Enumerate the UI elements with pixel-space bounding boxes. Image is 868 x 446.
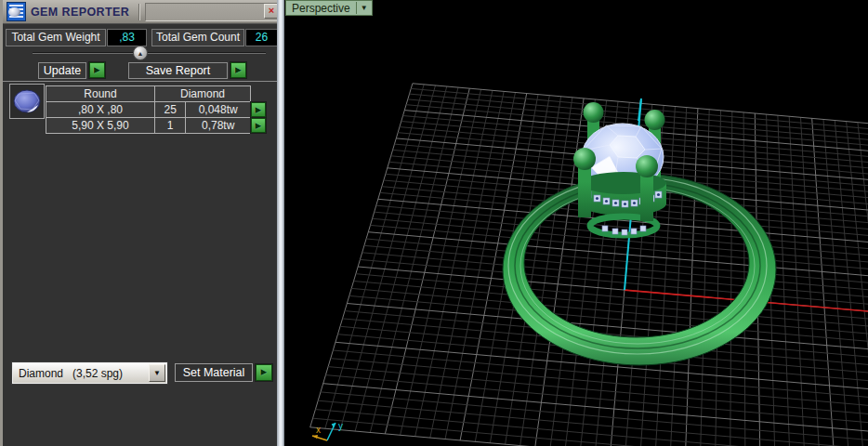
update-label: Update bbox=[38, 62, 86, 79]
set-material-button[interactable]: ▶ bbox=[256, 364, 272, 381]
gem-weight-cell: 0,78tw bbox=[186, 118, 251, 134]
play-icon: ▶ bbox=[94, 65, 100, 74]
tab-divider bbox=[356, 2, 357, 14]
table-row[interactable]: 5,90 X 5,90 1 0,78tw bbox=[46, 118, 251, 134]
material-dropdown[interactable]: Diamond (3,52 spg) ▼ bbox=[12, 362, 167, 384]
play-icon: ▶ bbox=[256, 105, 262, 114]
total-gem-count-value: 26 bbox=[245, 29, 278, 46]
gem-size-cell: ,80 X ,80 bbox=[46, 102, 155, 118]
total-gem-weight-label: Total Gem Weight bbox=[6, 29, 106, 46]
table-row[interactable]: ,80 X ,80 25 0,048tw bbox=[46, 102, 251, 118]
prong-ball bbox=[636, 155, 658, 177]
panel-separator bbox=[3, 81, 280, 82]
gizmo-x-label: x bbox=[316, 425, 321, 435]
gem-size-cell: 5,90 X 5,90 bbox=[46, 118, 155, 134]
total-gem-count-label: Total Gem Count bbox=[151, 29, 244, 46]
prong-ball bbox=[645, 110, 665, 130]
gem-count-cell: 25 bbox=[155, 102, 186, 118]
gem-report-table: Round Diamond ,80 X ,80 25 0,048tw 5,90 … bbox=[46, 85, 251, 134]
material-dropdown-value: Diamond bbox=[19, 367, 63, 380]
gem-reporter-panel: GEM REPORTER × Total Gem Weight ,83 Tota… bbox=[0, 0, 277, 446]
panel-slider-thumb[interactable]: ▲ bbox=[133, 46, 148, 60]
play-icon: ▶ bbox=[235, 65, 242, 74]
chevron-down-icon[interactable]: ▼ bbox=[149, 364, 165, 382]
chevron-down-icon[interactable]: ▼ bbox=[359, 4, 370, 12]
play-icon: ▶ bbox=[261, 367, 268, 376]
3d-scene[interactable]: y x bbox=[284, 0, 868, 446]
table-header-row: Round Diamond bbox=[46, 86, 251, 102]
panel-slider-track[interactable] bbox=[33, 52, 266, 54]
material-dropdown-detail: (3,52 spg) bbox=[72, 367, 123, 380]
save-report-button[interactable]: ▶ bbox=[230, 62, 246, 78]
prong-ball bbox=[584, 102, 604, 123]
viewport-title-dropdown[interactable]: Perspective ▼ bbox=[285, 0, 373, 16]
total-gem-weight-value: ,83 bbox=[107, 29, 147, 46]
play-icon: ▶ bbox=[256, 121, 262, 130]
header-diamond: Diamond bbox=[155, 86, 251, 102]
gem-count-cell: 1 bbox=[155, 118, 186, 134]
update-button[interactable]: ▶ bbox=[89, 62, 105, 78]
title-divider bbox=[138, 4, 140, 20]
viewport-title: Perspective bbox=[292, 2, 356, 15]
panel-viewport-splitter[interactable] bbox=[277, 0, 284, 446]
gem-row-action-button[interactable]: ▶ bbox=[251, 102, 266, 117]
panel-title: GEM REPORTER bbox=[31, 6, 129, 19]
prong-ball bbox=[573, 148, 596, 170]
save-report-label: Save Report bbox=[128, 62, 228, 79]
bezel-head[interactable] bbox=[581, 172, 666, 216]
title-bar[interactable]: GEM REPORTER × bbox=[3, 0, 280, 24]
axis-gizmo: y x bbox=[312, 421, 343, 440]
gem-reporter-app-icon bbox=[7, 2, 26, 21]
gem-row-action-button[interactable]: ▶ bbox=[251, 118, 266, 133]
round-gem-icon bbox=[10, 85, 44, 118]
gizmo-y-label: y bbox=[338, 421, 343, 431]
gem-weight-cell: 0,048tw bbox=[186, 102, 251, 118]
title-grip-area[interactable] bbox=[145, 3, 278, 21]
gem-type-thumbnail[interactable] bbox=[9, 84, 45, 119]
set-material-label: Set Material bbox=[175, 363, 253, 382]
header-round: Round bbox=[46, 86, 155, 102]
pearl-icon bbox=[8, 7, 20, 17]
